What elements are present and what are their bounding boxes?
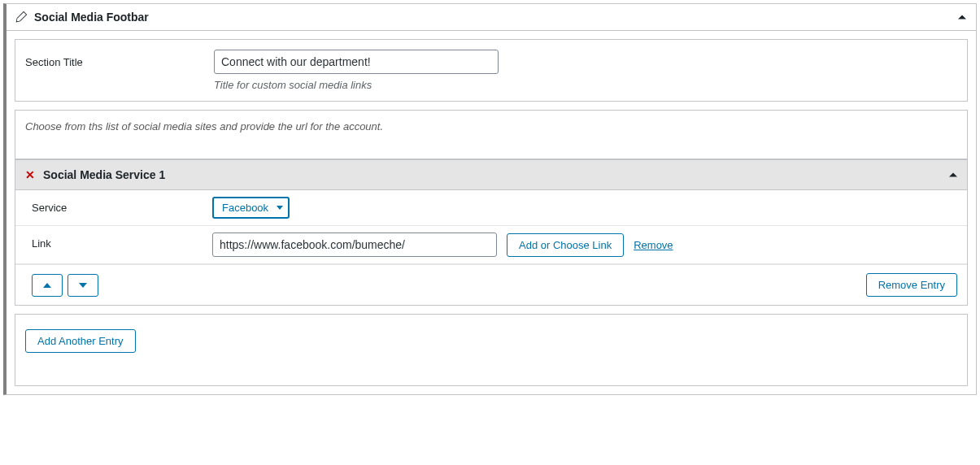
- chevron-down-icon: [277, 206, 283, 210]
- add-entry-section: Add Another Entry: [15, 314, 968, 386]
- link-label: Link: [32, 232, 212, 250]
- add-choose-link-button[interactable]: Add or Choose Link: [507, 233, 624, 257]
- metabox-title: Social Media Footbar: [34, 11, 149, 24]
- description-text: Choose from ths list of social media sit…: [25, 120, 957, 133]
- section-title-panel: Section Title Title for custom social me…: [15, 39, 968, 102]
- service-title: Social Media Service 1: [43, 168, 165, 181]
- service-select[interactable]: Facebook: [212, 197, 290, 219]
- service-select-value: Facebook: [222, 202, 268, 214]
- move-down-button[interactable]: [68, 274, 98, 297]
- link-input[interactable]: [212, 232, 497, 257]
- pencil-icon: [15, 11, 28, 24]
- service-body: Service Facebook Link Add or Choose Link…: [15, 190, 967, 305]
- section-title-row: Section Title Title for custom social me…: [15, 50, 967, 91]
- chevron-down-icon: [79, 283, 87, 288]
- remove-link[interactable]: Remove: [634, 239, 673, 251]
- service-label: Service: [32, 197, 212, 214]
- close-icon[interactable]: ✕: [25, 168, 35, 181]
- link-field-row: Link Add or Choose Link Remove: [15, 226, 967, 264]
- add-another-entry-button[interactable]: Add Another Entry: [25, 329, 136, 353]
- section-title-help: Title for custom social media links: [214, 79, 957, 91]
- remove-entry-button[interactable]: Remove Entry: [866, 273, 957, 297]
- collapse-icon[interactable]: [949, 173, 957, 177]
- service-footer: Remove Entry: [15, 264, 967, 305]
- move-up-button[interactable]: [32, 274, 63, 297]
- section-title-label: Section Title: [25, 50, 214, 68]
- metabox-header[interactable]: Social Media Footbar: [7, 4, 976, 31]
- service-field-row: Service Facebook: [15, 190, 967, 226]
- service-block: ✕ Social Media Service 1 Service Faceboo…: [15, 159, 968, 306]
- section-title-input[interactable]: [214, 50, 499, 74]
- collapse-icon[interactable]: [958, 15, 966, 20]
- metabox-container: Social Media Footbar Section Title Title…: [3, 3, 977, 395]
- chevron-up-icon: [43, 283, 51, 288]
- service-header[interactable]: ✕ Social Media Service 1: [15, 160, 967, 190]
- description-panel: Choose from ths list of social media sit…: [15, 110, 968, 159]
